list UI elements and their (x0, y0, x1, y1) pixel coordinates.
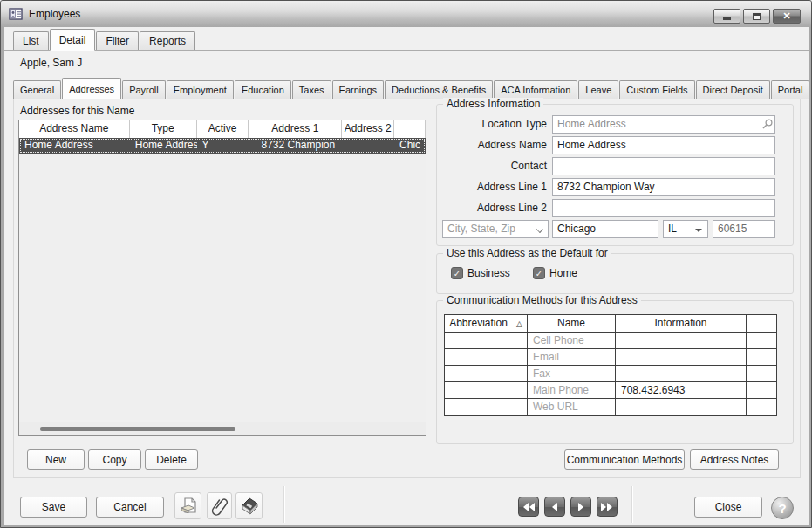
address-line-1-field[interactable]: 8732 Champion Way (552, 178, 775, 196)
title-bar[interactable]: Employees ✕ (1, 1, 811, 27)
last-record-button[interactable] (597, 497, 618, 517)
tab-detail[interactable]: Detail (50, 29, 96, 51)
footer-divider (631, 486, 632, 523)
comm-row-web-url[interactable]: Web URL (445, 399, 776, 415)
tab-reports[interactable]: Reports (140, 31, 195, 50)
tab-taxes[interactable]: Taxes (292, 80, 331, 99)
delete-button[interactable]: Delete (145, 449, 198, 470)
tab-education[interactable]: Education (235, 80, 291, 99)
comm-row-cell-phone[interactable]: Cell Phone (445, 333, 776, 349)
tab-payroll[interactable]: Payroll (122, 80, 166, 99)
tab-addresses[interactable]: Addresses (62, 78, 121, 99)
magnifier-icon[interactable] (761, 118, 774, 130)
abbreviation-header-text: Abbreviation (449, 317, 508, 329)
chevron-down-icon (536, 225, 543, 233)
employee-card-icon (9, 7, 23, 21)
cell-abbreviation (445, 333, 528, 348)
contact-field[interactable] (552, 157, 775, 175)
contact-label: Contact (442, 157, 547, 175)
print-button[interactable] (174, 492, 201, 519)
tab-list[interactable]: List (13, 31, 49, 50)
copy-button[interactable]: Copy (88, 449, 141, 470)
defaults-group-label: Use this Address as the Default for (443, 247, 611, 259)
address-list-selected-row[interactable]: Home Address Home Addres Y 8732 Champion… (19, 138, 426, 154)
state-value: IL (668, 223, 677, 235)
cancel-button[interactable]: Cancel (96, 497, 164, 518)
zip-field[interactable]: 60615 (713, 220, 775, 238)
tab-custom-fields[interactable]: Custom Fields (619, 80, 694, 99)
comm-row-fax[interactable]: Fax (445, 366, 776, 382)
tab-employment[interactable]: Employment (167, 80, 234, 99)
cell-type: Home Addres (130, 138, 197, 154)
cell-information (616, 366, 747, 381)
state-combo[interactable]: IL (663, 220, 708, 238)
cell-name: Cell Phone (528, 333, 616, 348)
restore-button[interactable] (743, 9, 770, 24)
next-record-icon (574, 501, 588, 513)
save-button[interactable]: Save (20, 497, 87, 518)
tab-portal[interactable]: Portal (771, 80, 810, 99)
cell-abbreviation (445, 399, 528, 415)
cell-name: Web URL (528, 399, 616, 415)
horizontal-scrollbar[interactable] (19, 422, 426, 435)
close-window-button[interactable]: ✕ (773, 9, 801, 24)
address-list: Address Name Type Active Address 1 Addre… (18, 120, 426, 436)
attachments-button[interactable] (207, 492, 232, 519)
address-notes-button[interactable]: Address Notes (690, 449, 779, 470)
rolodex-button[interactable] (235, 492, 263, 519)
cell-extra (747, 366, 776, 381)
previous-record-icon (548, 501, 562, 513)
col-header-address-1[interactable]: Address 1 (249, 120, 342, 138)
cell-name: Email (528, 349, 616, 365)
home-checkbox[interactable]: ✓ Home (533, 267, 577, 279)
new-button[interactable]: New (27, 449, 85, 470)
tab-general[interactable]: General (13, 80, 61, 99)
first-record-button[interactable] (518, 497, 539, 517)
col-header-name[interactable]: Name (528, 315, 616, 332)
col-header-extra (747, 315, 776, 332)
last-record-icon (600, 501, 614, 513)
address-list-label: Addresses for this Name (20, 105, 134, 117)
cell-extra (747, 349, 776, 365)
location-type-label: Location Type (442, 115, 547, 134)
horizontal-scrollbar-thumb[interactable] (40, 427, 235, 431)
city-state-zip-selector[interactable]: City, State, Zip (442, 220, 549, 238)
business-checkbox-label: Business (467, 267, 510, 279)
check-icon: ✓ (533, 267, 545, 279)
cell-name: Main Phone (528, 382, 616, 398)
business-checkbox[interactable]: ✓ Business (451, 267, 510, 279)
city-field[interactable]: Chicago (552, 220, 658, 238)
communication-methods-button[interactable]: Communication Methods (564, 449, 685, 470)
cell-extra (747, 333, 776, 348)
tab-filter[interactable]: Filter (96, 31, 139, 50)
communication-table-header: Abbreviation△ Name Information (445, 315, 776, 333)
minimize-button[interactable] (713, 9, 740, 24)
window-title: Employees (29, 8, 80, 20)
tab-leave[interactable]: Leave (578, 80, 618, 99)
previous-record-button[interactable] (544, 497, 565, 517)
tab-direct-deposit[interactable]: Direct Deposit (696, 80, 770, 99)
col-header-address-2[interactable]: Address 2 (342, 120, 394, 138)
help-button[interactable]: ? (771, 497, 794, 519)
tab-aca-information[interactable]: ACA Information (494, 80, 577, 99)
address-line-2-field[interactable] (552, 199, 775, 217)
col-header-address-name[interactable]: Address Name (19, 120, 130, 138)
col-header-abbreviation[interactable]: Abbreviation△ (445, 315, 528, 332)
cell-address-name: Home Address (19, 138, 130, 154)
next-record-button[interactable] (570, 497, 591, 517)
col-header-information[interactable]: Information (616, 315, 747, 332)
address-name-field[interactable]: Home Address (552, 136, 775, 154)
comm-row-main-phone[interactable]: Main Phone 708.432.6943 (445, 382, 776, 399)
col-header-next[interactable] (394, 120, 426, 138)
print-icon (179, 497, 198, 516)
cell-abbreviation (445, 366, 528, 381)
tab-deductions-benefits[interactable]: Deductions & Benefits (385, 80, 493, 99)
comm-row-email[interactable]: Email (445, 349, 776, 366)
cell-active: Y (197, 138, 249, 154)
tab-earnings[interactable]: Earnings (332, 80, 384, 99)
col-header-type[interactable]: Type (130, 120, 197, 138)
col-header-active[interactable]: Active (197, 120, 249, 138)
city-state-zip-selector-label: City, State, Zip (447, 223, 515, 235)
location-type-field[interactable]: Home Address (552, 115, 775, 134)
close-button[interactable]: Close (694, 497, 762, 518)
